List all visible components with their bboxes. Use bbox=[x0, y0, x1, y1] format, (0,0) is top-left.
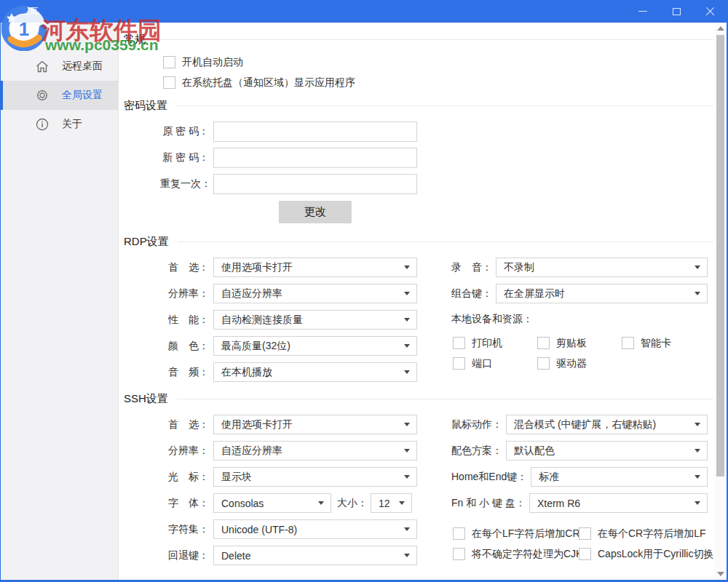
autostart-checkbox[interactable] bbox=[163, 56, 175, 68]
capslock-cyrillic-checkbox[interactable] bbox=[579, 548, 591, 560]
tray-checkbox[interactable] bbox=[163, 76, 175, 89]
chevron-down-icon bbox=[404, 370, 410, 374]
rdp-recording-select[interactable]: 不录制 bbox=[496, 258, 708, 277]
repeat-password-input[interactable] bbox=[213, 174, 417, 194]
chevron-down-icon bbox=[404, 266, 410, 269]
chevron-down-icon bbox=[404, 475, 410, 479]
scrollbar-thumb[interactable] bbox=[716, 35, 724, 477]
rdp-recording-row: 录 音： 不录制 bbox=[451, 258, 708, 277]
section-heading-rdp: RDP设置 bbox=[124, 235, 713, 249]
drive-checkbox[interactable] bbox=[537, 357, 550, 370]
port-checkbox[interactable] bbox=[453, 357, 465, 370]
maximize-icon bbox=[673, 8, 681, 15]
change-password-button[interactable]: 更改 bbox=[279, 201, 352, 223]
titlebar: 主页 bbox=[0, 0, 728, 23]
ssh-home-end-select[interactable]: 标准 bbox=[531, 467, 708, 487]
chevron-down-icon bbox=[318, 501, 324, 505]
section-heading-general: 常规 bbox=[124, 33, 713, 47]
old-password-input[interactable] bbox=[213, 121, 417, 142]
chevron-down-icon bbox=[404, 554, 410, 557]
scroll-up-button[interactable] bbox=[714, 23, 727, 34]
chevron-down-icon bbox=[695, 475, 700, 479]
tray-option: 在系统托盘（通知区域）显示应用程序 bbox=[163, 76, 355, 89]
rdp-preferred-select[interactable]: 使用选项卡打开 bbox=[213, 258, 417, 277]
rdp-color-row: 颜 色： 最高质量(32位) bbox=[160, 336, 417, 356]
ssh-charset-row: 字符集： Unicode (UTF-8) bbox=[160, 519, 417, 539]
app-window: 主页 远程桌面 全局设置 bbox=[0, 0, 728, 582]
cjk-option: 将不确定字符处理为CJK bbox=[453, 548, 582, 560]
section-heading-ssh: SSH设置 bbox=[124, 392, 713, 406]
rdp-performance-select[interactable]: 自动检测连接质量 bbox=[213, 310, 417, 330]
sidebar-item-about[interactable]: 关于 bbox=[0, 110, 118, 139]
ssh-resolution-select[interactable]: 自适应分辨率 bbox=[213, 441, 417, 461]
cr-lf-checkbox[interactable] bbox=[579, 527, 591, 540]
cjk-checkbox[interactable] bbox=[453, 548, 465, 560]
devices-row-2: 端口 驱动器 bbox=[451, 357, 714, 370]
local-devices-label: 本地设备和资源： bbox=[451, 313, 533, 325]
chevron-down-icon bbox=[695, 266, 700, 269]
clipboard-checkbox[interactable] bbox=[537, 337, 550, 349]
ssh-font-size-select[interactable]: 12 bbox=[371, 493, 412, 513]
window-controls bbox=[626, 0, 727, 23]
lf-cr-checkbox[interactable] bbox=[453, 527, 465, 540]
cr-lf-option: 在每个CR字符后增加LF bbox=[579, 527, 706, 540]
clipboard-option: 剪贴板 bbox=[537, 337, 587, 349]
repeat-password-row: 重复一次： bbox=[160, 174, 417, 194]
scroll-down-button[interactable] bbox=[714, 568, 727, 580]
ssh-preferred-select[interactable]: 使用选项卡打开 bbox=[213, 415, 417, 434]
chevron-down-icon bbox=[695, 292, 700, 295]
ssh-resolution-row: 分辨率： 自适应分辨率 bbox=[160, 441, 417, 461]
rdp-audio-select[interactable]: 在本机播放 bbox=[213, 362, 417, 382]
chevron-down-icon bbox=[695, 449, 700, 453]
sidebar-item-label: 远程桌面 bbox=[62, 60, 103, 73]
maximize-button[interactable] bbox=[660, 0, 693, 23]
chevron-down-icon bbox=[399, 501, 405, 505]
arrow-down-icon bbox=[717, 572, 724, 576]
new-password-input[interactable] bbox=[213, 148, 417, 168]
ssh-cursor-row: 光 标： 显示块 bbox=[160, 467, 417, 487]
ssh-font-select[interactable]: Consolas bbox=[213, 493, 331, 513]
ssh-mouse-action-select[interactable]: 混合模式 (中键扩展，右键粘贴) bbox=[506, 415, 708, 434]
rdp-hotkeys-select[interactable]: 在全屏显示时 bbox=[496, 284, 708, 303]
printer-checkbox[interactable] bbox=[453, 337, 465, 349]
drive-option: 驱动器 bbox=[537, 357, 587, 370]
rdp-color-select[interactable]: 最高质量(32位) bbox=[213, 336, 417, 356]
font-size-label: 大小： bbox=[337, 497, 368, 510]
rdp-resolution-select[interactable]: 自适应分辨率 bbox=[213, 284, 417, 303]
minimize-icon bbox=[638, 11, 647, 12]
vertical-scrollbar bbox=[714, 23, 727, 580]
sidebar: 远程桌面 全局设置 关于 bbox=[0, 23, 119, 582]
chevron-down-icon bbox=[695, 423, 700, 426]
ssh-backspace-select[interactable]: Delete bbox=[213, 546, 417, 565]
ssh-charset-select[interactable]: Unicode (UTF-8) bbox=[213, 519, 417, 539]
chevron-down-icon bbox=[695, 501, 700, 505]
old-password-row: 原 密 码： bbox=[160, 121, 417, 142]
capslock-cyrillic-option: CapsLock用于Cyrillic切换 bbox=[579, 548, 713, 560]
minimize-button[interactable] bbox=[626, 0, 660, 23]
rdp-audio-row: 音 频： 在本机播放 bbox=[160, 362, 417, 382]
chevron-down-icon bbox=[404, 318, 410, 322]
chevron-down-icon bbox=[404, 449, 410, 453]
ssh-home-end-row: Home和End键： 标准 bbox=[451, 467, 708, 487]
ssh-preferred-row: 首 选： 使用选项卡打开 bbox=[160, 415, 417, 434]
smartcard-checkbox[interactable] bbox=[622, 337, 634, 349]
printer-option: 打印机 bbox=[453, 337, 502, 349]
chevron-down-icon bbox=[404, 527, 410, 531]
close-button[interactable] bbox=[693, 0, 727, 23]
close-icon bbox=[705, 7, 715, 16]
rdp-preferred-row: 首 选： 使用选项卡打开 bbox=[160, 258, 417, 277]
gear-icon bbox=[35, 88, 50, 103]
ssh-color-scheme-select[interactable]: 默认配色 bbox=[506, 441, 708, 461]
devices-row-1: 打印机 剪贴板 智能卡 bbox=[451, 337, 714, 349]
smartcard-option: 智能卡 bbox=[622, 337, 671, 349]
sidebar-item-global-settings[interactable]: 全局设置 bbox=[0, 81, 118, 110]
chevron-down-icon bbox=[404, 292, 410, 295]
home-icon bbox=[35, 59, 50, 73]
ssh-cursor-select[interactable]: 显示块 bbox=[213, 467, 417, 487]
ssh-backspace-row: 回退键： Delete bbox=[160, 546, 417, 565]
chevron-down-icon bbox=[404, 423, 410, 426]
sidebar-item-remote-desktop[interactable]: 远程桌面 bbox=[0, 52, 118, 81]
ssh-fn-keypad-select[interactable]: Xterm R6 bbox=[529, 493, 708, 513]
lf-cr-option: 在每个LF字符后增加CR bbox=[453, 527, 580, 540]
ssh-fn-keypad-row: Fn 和 小 键 盘： Xterm R6 bbox=[451, 493, 708, 513]
